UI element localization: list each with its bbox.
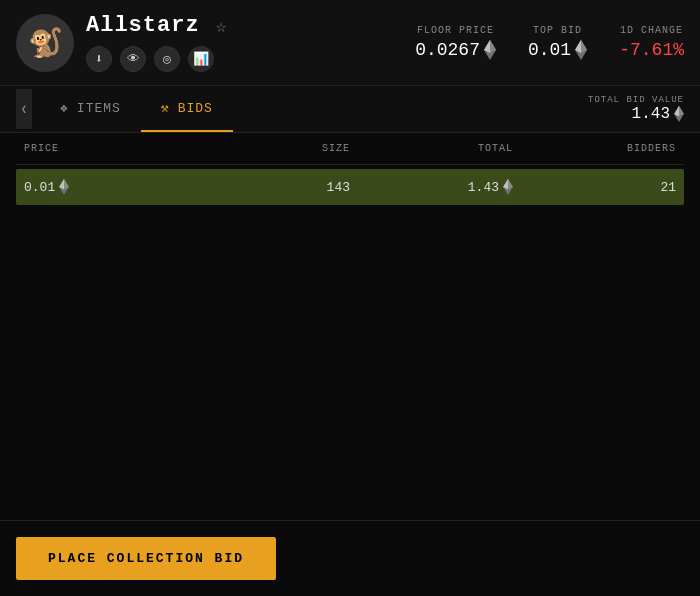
total-bid-value-container: TOTAL BID VALUE 1.43 bbox=[588, 95, 684, 123]
top-bid-value: 0.01 bbox=[528, 40, 587, 60]
nav-area: ❮ ❖ ITEMS ⚒ BIDS TOTAL BID VALUE 1.43 bbox=[0, 86, 700, 133]
download-icon[interactable]: ⬇ bbox=[86, 46, 112, 72]
items-tab-label: ITEMS bbox=[77, 101, 121, 116]
cell-bidders: 21 bbox=[513, 180, 676, 195]
eth-icon-total bbox=[674, 106, 684, 122]
eth-icon-floor bbox=[484, 40, 496, 60]
price-value: 0.01 bbox=[24, 180, 55, 195]
floor-price-value: 0.0267 bbox=[415, 40, 496, 60]
top-bid-stat: TOP BID 0.01 bbox=[528, 25, 587, 60]
bidders-value: 21 bbox=[660, 180, 676, 195]
change-value: -7.61% bbox=[619, 40, 684, 60]
total-bid-value-label: TOTAL BID VALUE bbox=[588, 95, 684, 105]
floor-price-stat: FLOOR PRICE 0.0267 bbox=[415, 25, 496, 60]
total-value: 1.43 bbox=[468, 180, 499, 195]
change-stat: 1D CHANGE -7.61% bbox=[619, 25, 684, 60]
change-label: 1D CHANGE bbox=[620, 25, 683, 36]
table-header: PRICE SIZE TOTAL BIDDERS bbox=[16, 133, 684, 165]
total-bid-value-amount: 1.43 bbox=[588, 105, 684, 123]
col-total: TOTAL bbox=[350, 143, 513, 154]
size-value: 143 bbox=[327, 180, 350, 195]
place-collection-bid-button[interactable]: PLACE COLLECTION BID bbox=[16, 537, 276, 580]
stats: FLOOR PRICE 0.0267 TOP BID 0.01 bbox=[415, 25, 684, 60]
top-bid-label: TOP BID bbox=[533, 25, 582, 36]
top-bid-number: 0.01 bbox=[528, 40, 571, 60]
col-bidders: BIDDERS bbox=[513, 143, 676, 154]
eth-icon-total-row bbox=[503, 179, 513, 195]
total-bid-number: 1.43 bbox=[632, 105, 670, 123]
eth-icon-top-bid bbox=[575, 40, 587, 60]
favorite-icon[interactable]: ☆ bbox=[216, 15, 227, 37]
collection-name: Allstarz bbox=[86, 13, 200, 38]
footer: PLACE COLLECTION BID bbox=[0, 520, 700, 596]
eye-icon[interactable]: 👁 bbox=[120, 46, 146, 72]
circle-icon[interactable]: ◎ bbox=[154, 46, 180, 72]
col-size: SIZE bbox=[187, 143, 350, 154]
cell-price: 0.01 bbox=[24, 179, 187, 195]
collection-avatar: 🐒 bbox=[16, 14, 74, 72]
tab-items[interactable]: ❖ ITEMS bbox=[40, 86, 141, 132]
header: 🐒 Allstarz ☆ ⬇ 👁 ◎ 📊 FLOOR PRICE 0.0267 bbox=[0, 0, 700, 86]
items-icon: ❖ bbox=[60, 100, 69, 116]
action-icons: ⬇ 👁 ◎ 📊 bbox=[86, 46, 226, 72]
tab-bids[interactable]: ⚒ BIDS bbox=[141, 86, 233, 132]
bids-icon: ⚒ bbox=[161, 100, 170, 116]
table-row[interactable]: 0.01 143 1.43 21 bbox=[16, 169, 684, 205]
bids-table: PRICE SIZE TOTAL BIDDERS 0.01 143 1.43 bbox=[0, 133, 700, 205]
eth-icon-row bbox=[59, 179, 69, 195]
collection-info: Allstarz ☆ ⬇ 👁 ◎ 📊 bbox=[86, 13, 226, 72]
sidebar-toggle[interactable]: ❮ bbox=[16, 89, 32, 129]
avatar-emoji: 🐒 bbox=[28, 26, 63, 60]
floor-price-label: FLOOR PRICE bbox=[417, 25, 494, 36]
chart-icon[interactable]: 📊 bbox=[188, 46, 214, 72]
col-price: PRICE bbox=[24, 143, 187, 154]
cell-total: 1.43 bbox=[350, 179, 513, 195]
floor-price-number: 0.0267 bbox=[415, 40, 480, 60]
cell-size: 143 bbox=[187, 180, 350, 195]
bids-tab-label: BIDS bbox=[178, 101, 213, 116]
sidebar-arrow-icon: ❮ bbox=[21, 103, 27, 115]
collection-title-row: Allstarz ☆ bbox=[86, 13, 226, 38]
tabs: ❖ ITEMS ⚒ BIDS bbox=[40, 86, 233, 132]
